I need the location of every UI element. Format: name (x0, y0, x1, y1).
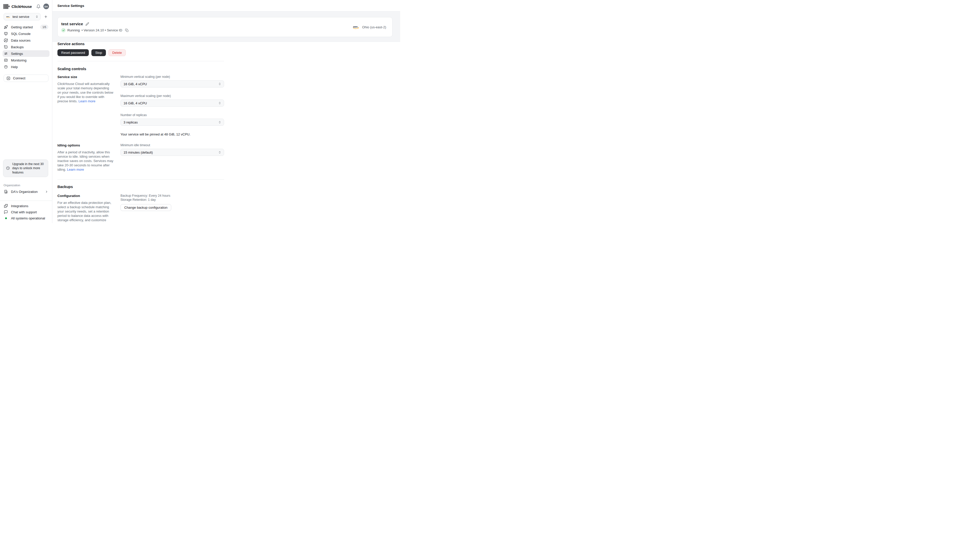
scaling-learn-more-link[interactable]: Learn more (78, 99, 95, 103)
backup-frequency: Backup Frequency: Every 24 hours (121, 194, 224, 198)
sidebar-item-label: Backups (11, 45, 24, 49)
sidebar-divider (0, 200, 52, 201)
replicas-value: 3 replicas (124, 121, 138, 124)
getting-started-progress-badge: 1/5 (40, 25, 48, 30)
svg-text:aws: aws (6, 16, 10, 17)
upgrade-notice-text: Upgrade in the next 30 days to unlock mo… (12, 162, 46, 175)
pinned-note: Your service will be pinned at 48 GiB, 1… (121, 132, 224, 136)
aws-logo-icon: aws (6, 15, 11, 18)
backup-config-column: Configuration For an effective data prot… (57, 194, 114, 223)
sidebar-item-backups[interactable]: Backups (3, 44, 49, 50)
min-scaling-select[interactable]: 16 GiB, 4 vCPU (121, 80, 224, 87)
running-check-icon (61, 28, 65, 32)
service-card-band: test service Running • Version 24.10 • S… (52, 11, 400, 42)
sidebar-item-sql-console[interactable]: SQL Console (3, 30, 49, 37)
idling-grid: Idling options After a period of inactiv… (57, 143, 224, 172)
monitoring-chart-icon (4, 58, 8, 62)
chevrons-up-down-icon (218, 83, 221, 86)
replicas-label: Number of replicas (121, 113, 224, 117)
sidebar: ClickHouse DA aws test service (0, 0, 52, 223)
organization-section-label: Organization (3, 184, 52, 187)
main-area: Service Settings test service Runn (52, 0, 400, 223)
chevrons-up-down-icon (218, 102, 221, 105)
organization-name: DA's Organization (11, 190, 38, 194)
settings-sliders-icon (4, 51, 8, 56)
replicas-field: Number of replicas 3 replicas (121, 113, 224, 126)
building-icon (4, 189, 8, 194)
scaling-grid: Service size ClickHouse Cloud will autom… (57, 75, 224, 136)
sidebar-item-data-sources[interactable]: Data sources (3, 37, 49, 44)
service-size-title: Service size (57, 75, 114, 79)
connect-button[interactable]: Connect (3, 75, 48, 82)
service-region: aws Ohio (us-east-2) (353, 25, 386, 29)
data-sources-orbit-icon (4, 38, 8, 42)
idle-timeout-field: Minimum idle timeout 15 minutes (default… (121, 143, 224, 156)
service-selector-row: aws test service (3, 13, 48, 21)
sidebar-item-label: Getting started (11, 25, 33, 29)
storage-retention: Storage Retention: 1 day (121, 198, 224, 202)
stop-button[interactable]: Stop (91, 49, 106, 56)
selected-service-name: test service (13, 15, 33, 19)
idle-timeout-label: Minimum idle timeout (121, 143, 224, 147)
chevrons-up-down-icon (35, 15, 38, 18)
service-meta: • Version 24.10 • Service ID (81, 28, 122, 32)
section-divider (57, 61, 224, 61)
sidebar-item-help[interactable]: Help (3, 64, 49, 70)
rocket-icon (4, 25, 8, 29)
copy-service-id-icon[interactable] (125, 29, 129, 32)
system-status-row[interactable]: All systems operational (3, 215, 49, 221)
service-size-column: Service size ClickHouse Cloud will autom… (57, 75, 114, 136)
app: ClickHouse DA aws test service (0, 0, 400, 223)
brand-row: ClickHouse DA (0, 0, 52, 9)
integrations-label: Integrations (11, 204, 28, 208)
service-size-description: ClickHouse Cloud will automatically scal… (57, 82, 114, 103)
sidebar-item-monitoring[interactable]: Monitoring (3, 57, 49, 64)
service-card: test service Running • Version 24.10 • S… (57, 17, 393, 37)
backup-settings-column: Backup Frequency: Every 24 hours Storage… (121, 194, 224, 223)
service-selector[interactable]: aws test service (3, 13, 41, 21)
edit-pencil-icon[interactable] (86, 22, 89, 26)
chevrons-up-down-icon (218, 151, 221, 154)
chat-support-label: Chat with support (11, 210, 37, 214)
upgrade-notice[interactable]: Upgrade in the next 30 days to unlock mo… (3, 159, 48, 177)
idling-options-title: Idling options (57, 143, 114, 147)
idling-learn-more-link[interactable]: Learn more (67, 168, 84, 172)
sidebar-item-chat-support[interactable]: Chat with support (3, 209, 49, 215)
change-backup-configuration-button[interactable]: Change backup configuration (121, 204, 171, 211)
sidebar-item-settings[interactable]: Settings (3, 50, 49, 57)
settings-content: Service actions Reset password Stop Dele… (52, 42, 224, 223)
sidebar-item-getting-started[interactable]: Getting started 1/5 (3, 24, 49, 30)
replicas-select[interactable]: 3 replicas (121, 119, 224, 126)
delete-button[interactable]: Delete (108, 49, 126, 56)
chevron-right-icon (45, 190, 48, 193)
organization-row[interactable]: DA's Organization (3, 188, 49, 195)
idle-timeout-select[interactable]: 15 minutes (default) (121, 149, 224, 156)
service-name: test service (61, 22, 83, 26)
service-actions-buttons: Reset password Stop Delete (57, 49, 224, 56)
notifications-bell-icon[interactable] (36, 4, 41, 9)
min-scaling-field: Minimum vertical scaling (per node) 16 G… (121, 75, 224, 87)
service-actions-title: Service actions (57, 42, 224, 46)
idling-column: Idling options After a period of inactiv… (57, 143, 114, 172)
max-scaling-select[interactable]: 16 GiB, 4 vCPU (121, 100, 224, 107)
clock-icon (6, 166, 10, 170)
help-circle-icon (4, 65, 8, 69)
svg-text:aws: aws (353, 25, 358, 28)
max-scaling-value: 16 GiB, 4 vCPU (124, 101, 147, 105)
clickhouse-logo-icon (3, 4, 10, 9)
sidebar-nav: Getting started 1/5 SQL Console Data sou… (3, 24, 49, 70)
brand-name: ClickHouse (11, 4, 32, 9)
page-title: Service Settings (57, 4, 84, 8)
sidebar-item-label: Settings (11, 52, 23, 56)
add-service-button[interactable] (43, 14, 48, 20)
backup-description: For an effective data protection plan, s… (57, 200, 114, 223)
idle-timeout-value: 15 minutes (default) (124, 151, 153, 154)
min-scaling-label: Minimum vertical scaling (per node) (121, 75, 224, 79)
reset-password-button[interactable]: Reset password (57, 49, 89, 56)
page-header: Service Settings (52, 0, 400, 11)
user-avatar[interactable]: DA (43, 3, 49, 9)
scaling-fields-column: Minimum vertical scaling (per node) 16 G… (121, 75, 224, 136)
sidebar-item-integrations[interactable]: Integrations (3, 203, 49, 209)
idle-timeout-column: Minimum idle timeout 15 minutes (default… (121, 143, 224, 172)
service-card-left: test service Running • Version 24.10 • S… (61, 22, 129, 32)
